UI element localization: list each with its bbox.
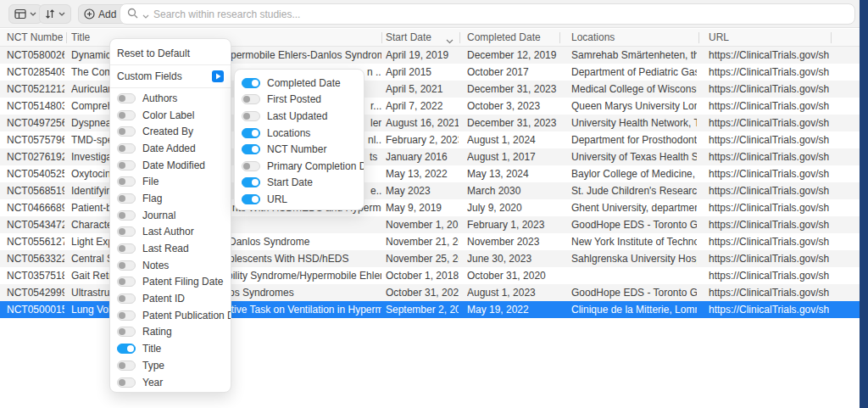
- toggle-knob: [243, 96, 250, 103]
- cell-locations: [571, 267, 697, 284]
- custom-field-toggle-item[interactable]: Start Date: [235, 175, 364, 192]
- toggle-knob: [127, 345, 134, 352]
- cell-completed-date: August 1, 2023: [467, 284, 558, 301]
- view-layout-button[interactable]: [8, 4, 42, 24]
- cell-nct-number: NCT05429996: [7, 284, 64, 301]
- toggle-off-icon[interactable]: [242, 161, 260, 171]
- toggle-off-icon[interactable]: [117, 377, 136, 388]
- toggle-off-icon[interactable]: [117, 260, 136, 271]
- field-toggle-item[interactable]: Rating: [110, 324, 231, 341]
- search-box[interactable]: [120, 3, 855, 25]
- add-button-label: Add: [98, 8, 116, 20]
- cell-locations: Department of Pediatric Gastroen...: [571, 64, 697, 81]
- toggle-off-icon[interactable]: [117, 360, 136, 371]
- field-toggle-item[interactable]: Color Label: [110, 107, 231, 124]
- column-header-completed-date[interactable]: Completed Date: [467, 29, 552, 47]
- field-toggle-item[interactable]: Last Author: [110, 224, 231, 241]
- column-divider[interactable]: [66, 32, 67, 43]
- field-toggle-item[interactable]: File: [110, 173, 231, 190]
- field-toggle-item[interactable]: Patent Filing Date: [110, 274, 231, 291]
- cell-url: https://ClinicalTrials.gov/show/NC...: [709, 148, 829, 165]
- field-toggle-item[interactable]: Title: [110, 340, 231, 357]
- toggle-off-icon[interactable]: [117, 293, 136, 304]
- column-header-url[interactable]: URL: [709, 29, 810, 47]
- custom-field-toggle-item[interactable]: URL: [235, 191, 364, 208]
- column-options-menu: Reset to Default Custom Fields AuthorsCo…: [109, 38, 231, 393]
- toggle-knob: [119, 262, 125, 269]
- field-toggle-item[interactable]: Authors: [110, 90, 231, 107]
- title-fragment-right: itive Task on Ventilation in Hypermobile…: [229, 301, 381, 318]
- toggle-off-icon[interactable]: [117, 210, 136, 221]
- column-divider[interactable]: [698, 32, 699, 43]
- field-toggle-item[interactable]: Date Added: [110, 140, 231, 157]
- toggle-off-icon[interactable]: [117, 176, 136, 187]
- column-divider[interactable]: [559, 32, 560, 43]
- title-fragment-right: nl...: [368, 131, 381, 148]
- field-toggle-item[interactable]: Last Read: [110, 240, 231, 257]
- custom-field-toggle-item[interactable]: Completed Date: [235, 75, 364, 92]
- toggle-on-icon[interactable]: [242, 144, 260, 154]
- cell-locations: Clinique de la Mitterie, Lomme, Fr...: [571, 301, 697, 318]
- cell-nct-number: NCT05000151: [7, 301, 64, 318]
- toggle-off-icon[interactable]: [117, 110, 136, 120]
- field-toggle-item[interactable]: Date Modified: [110, 157, 231, 174]
- toggle-off-icon[interactable]: [117, 277, 136, 287]
- column-divider[interactable]: [831, 32, 832, 43]
- custom-field-toggle-item[interactable]: Primary Completion Date: [235, 158, 364, 175]
- cell-url: https://ClinicalTrials.gov/show/NC...: [709, 47, 829, 64]
- field-toggle-item[interactable]: Type: [110, 357, 231, 374]
- toggle-on-icon[interactable]: [117, 344, 136, 354]
- toggle-knob: [119, 95, 125, 102]
- cell-completed-date: December 31, 2023: [467, 81, 558, 98]
- cell-start-date: May 13, 2022: [386, 165, 459, 182]
- column-divider[interactable]: [459, 32, 460, 43]
- field-toggle-item[interactable]: Patent Publication Date: [110, 307, 231, 324]
- toggle-off-icon[interactable]: [242, 111, 260, 121]
- toggle-off-icon[interactable]: [117, 243, 136, 254]
- toggle-off-icon[interactable]: [117, 93, 136, 103]
- toggle-on-icon[interactable]: [242, 78, 260, 88]
- field-toggle-item[interactable]: Journal: [110, 207, 231, 224]
- toggle-off-icon[interactable]: [117, 126, 136, 137]
- custom-field-toggle-item[interactable]: NCT Number: [235, 141, 364, 158]
- field-toggle-item[interactable]: Notes: [110, 257, 231, 274]
- search-input[interactable]: [153, 8, 848, 20]
- toggle-on-icon[interactable]: [242, 194, 260, 204]
- custom-fields-menu-item[interactable]: Custom Fields: [110, 67, 231, 86]
- cell-completed-date: November 2023: [467, 233, 558, 250]
- column-header-nct-number[interactable]: NCT Number: [7, 29, 63, 47]
- window-edge-strip: [860, 0, 868, 408]
- toggle-off-icon[interactable]: [117, 193, 136, 204]
- sort-chevron-icon[interactable]: [446, 35, 453, 47]
- cell-locations: Sahlgrenska University Hospital, G...: [571, 250, 697, 267]
- toggle-on-icon[interactable]: [242, 128, 260, 138]
- cell-url: https://ClinicalTrials.gov/show/NC...: [709, 165, 829, 182]
- toggle-off-icon[interactable]: [117, 310, 136, 321]
- column-header-start-date[interactable]: Start Date: [386, 29, 445, 47]
- toggle-off-icon[interactable]: [117, 226, 136, 237]
- field-toggle-label: Created By: [142, 126, 193, 137]
- cell-nct-number: NCT05212129: [7, 81, 64, 98]
- toggle-on-icon[interactable]: [242, 177, 260, 187]
- custom-field-toggle-item[interactable]: First Posted: [235, 92, 364, 109]
- sort-button[interactable]: [39, 4, 71, 24]
- custom-field-toggle-item[interactable]: Last Updated: [235, 108, 364, 125]
- table-view-icon: [14, 8, 26, 20]
- custom-field-toggle-item[interactable]: Locations: [235, 125, 364, 142]
- field-toggle-item[interactable]: Flag: [110, 190, 231, 207]
- toggle-off-icon[interactable]: [117, 160, 136, 170]
- cell-completed-date: December 31, 2023: [467, 115, 558, 131]
- cell-locations: St. Jude Children's Research Hospi...: [571, 182, 697, 199]
- toggle-off-icon[interactable]: [117, 327, 136, 337]
- field-toggle-item[interactable]: Created By: [110, 123, 231, 140]
- chevron-down-icon[interactable]: [142, 7, 149, 22]
- toggle-knob: [119, 362, 125, 369]
- toggle-off-icon[interactable]: [242, 94, 260, 104]
- plus-circle-icon: [84, 8, 95, 20]
- column-header-locations[interactable]: Locations: [571, 29, 682, 47]
- field-toggle-item[interactable]: Year: [110, 374, 231, 391]
- toggle-off-icon[interactable]: [117, 143, 136, 154]
- column-divider[interactable]: [381, 32, 382, 43]
- field-toggle-item[interactable]: Patent ID: [110, 290, 231, 307]
- reset-to-default-menu-item[interactable]: Reset to Default: [110, 44, 231, 63]
